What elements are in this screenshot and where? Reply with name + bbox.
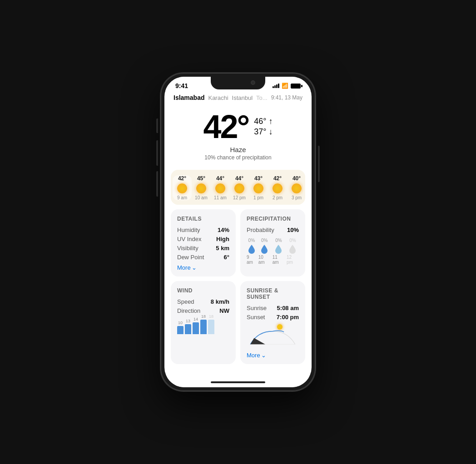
city-tabs[interactable]: Islamabad Karachi Istanbul To... 9:41, 1… — [164, 91, 312, 103]
hour-item-6: 40° 3 pm — [287, 175, 303, 200]
city-tab-islamabad[interactable]: Islamabad — [174, 94, 204, 101]
wind-bar-col-4: 18 — [208, 314, 214, 334]
signal-icon — [273, 84, 279, 88]
sunrise-title: Sunrise & Sunset — [247, 287, 299, 300]
humidity-row: Humidity 14% — [177, 227, 229, 233]
temp-low: 37° ↓ — [254, 127, 273, 137]
hour-item-2: 44° 11 am — [211, 175, 230, 200]
uv-row: UV Index High — [177, 236, 229, 242]
details-precip-row: Details Humidity 14% UV Index High Visib… — [164, 209, 312, 276]
hourly-section[interactable]: 42° 9 am 45° 10 am 44° 11 am — [171, 170, 305, 205]
hourly-row: 42° 9 am 45° 10 am 44° 11 am — [173, 175, 303, 200]
sun-icon-4 — [253, 183, 263, 193]
hour-item-3: 44° 12 pm — [230, 175, 249, 200]
wind-direction-row: Direction NW — [177, 307, 229, 314]
rain-drop-icon-2 — [274, 244, 283, 254]
volume-down-button[interactable] — [156, 171, 158, 197]
precip-hourly: 0% 9 am 0% 10 am — [247, 238, 299, 265]
wind-bar-0 — [177, 326, 183, 334]
sun-icon-0 — [177, 183, 187, 193]
wind-bar-1 — [185, 324, 191, 334]
current-temp: 42° — [203, 110, 248, 143]
sun-icon-3 — [234, 183, 244, 193]
wind-bar-4 — [208, 320, 214, 334]
scroll-area[interactable]: 42° 46° ↑ 37° ↓ Haze 10% chance of preci… — [164, 103, 312, 377]
status-time: 9:41 — [175, 82, 188, 89]
precip-hour-1: 0% 10 am — [258, 238, 271, 265]
sunrise-more-button[interactable]: More ⌄ — [247, 352, 299, 359]
visibility-row: Visibility 5 km — [177, 245, 229, 252]
temp-high: 46° ↑ — [254, 117, 273, 126]
city-tab-karachi[interactable]: Karachi — [208, 94, 228, 101]
mute-button[interactable] — [156, 118, 158, 133]
wind-bars: 10 13 14 18 — [177, 318, 229, 334]
wind-sunrise-row: Wind Speed 8 km/h Direction NW 10 — [164, 281, 312, 364]
city-date: 9:41, 13 May — [271, 94, 302, 101]
wind-bar-col-3: 18 — [200, 314, 207, 334]
wind-speed-row: Speed 8 km/h — [177, 298, 229, 305]
details-more-button[interactable]: More ⌄ — [177, 264, 229, 271]
sun-icon-2 — [215, 183, 225, 193]
sun-icon-1 — [196, 183, 206, 193]
wind-bar-col-1: 13 — [185, 319, 191, 334]
wind-bar-3 — [200, 320, 207, 334]
rain-drop-icon-3 — [288, 244, 297, 254]
precip-hour-2: 0% 11 am — [273, 238, 285, 265]
wind-bar-col-0: 10 — [177, 321, 183, 334]
battery-icon — [291, 84, 301, 89]
phone-screen: 9:41 📶 Islamabad Karachi Istanbul To... … — [164, 77, 312, 387]
home-indicator[interactable] — [164, 377, 312, 387]
precip-hour-3: 0% 12 pm — [287, 238, 299, 265]
precipitation-card: Precipitation Probability 10% 0% 9 am — [240, 209, 305, 276]
city-tab-to[interactable]: To... — [256, 94, 268, 101]
probability-row: Probability 10% — [247, 227, 299, 233]
city-tab-istanbul[interactable]: Istanbul — [232, 94, 253, 101]
wind-bar-2 — [193, 322, 199, 334]
temp-hi-lo: 46° ↑ 37° ↓ — [254, 117, 273, 137]
power-button[interactable] — [318, 146, 320, 182]
main-temp-section: 42° 46° ↑ 37° ↓ Haze 10% chance of preci… — [164, 103, 312, 165]
wind-card: Wind Speed 8 km/h Direction NW 10 — [171, 281, 236, 364]
sun-icon-6 — [292, 183, 302, 193]
svg-marker-0 — [250, 338, 265, 344]
sunset-row: Sunset 7:00 pm — [247, 314, 299, 321]
wifi-icon: 📶 — [282, 83, 288, 89]
notch — [211, 77, 265, 89]
dewpoint-row: Dew Point 6° — [177, 254, 229, 261]
wind-bar-col-2: 14 — [193, 317, 199, 334]
sunrise-chart — [247, 323, 299, 348]
home-bar — [211, 381, 265, 383]
sunrise-card: Sunrise & Sunset Sunrise 5:08 am Sunset … — [240, 281, 305, 364]
temp-row: 42° 46° ↑ 37° ↓ — [174, 110, 302, 143]
precipitation-title: Precipitation — [247, 216, 299, 222]
precipitation-chance: 10% chance of precipitation — [174, 154, 302, 161]
hour-item-1: 45° 10 am — [192, 175, 211, 200]
rain-drop-icon-1 — [260, 244, 268, 254]
front-camera — [251, 80, 255, 85]
hour-item-4: 43° 1 pm — [249, 175, 268, 200]
volume-up-button[interactable] — [156, 140, 158, 166]
details-title: Details — [177, 216, 229, 222]
sun-icon-5 — [273, 183, 283, 193]
sunrise-row: Sunrise 5:08 am — [247, 305, 299, 311]
weather-condition: Haze — [174, 146, 302, 153]
hour-item-0: 42° 9 am — [173, 175, 192, 200]
phone-frame: 9:41 📶 Islamabad Karachi Istanbul To... … — [161, 73, 315, 391]
hour-item-5: 42° 2 pm — [268, 175, 287, 200]
wind-title: Wind — [177, 287, 229, 294]
status-icons: 📶 — [273, 83, 301, 89]
rain-drop-icon-0 — [248, 244, 256, 254]
details-card: Details Humidity 14% UV Index High Visib… — [171, 209, 236, 276]
precip-hour-0: 0% 9 am — [247, 238, 257, 265]
